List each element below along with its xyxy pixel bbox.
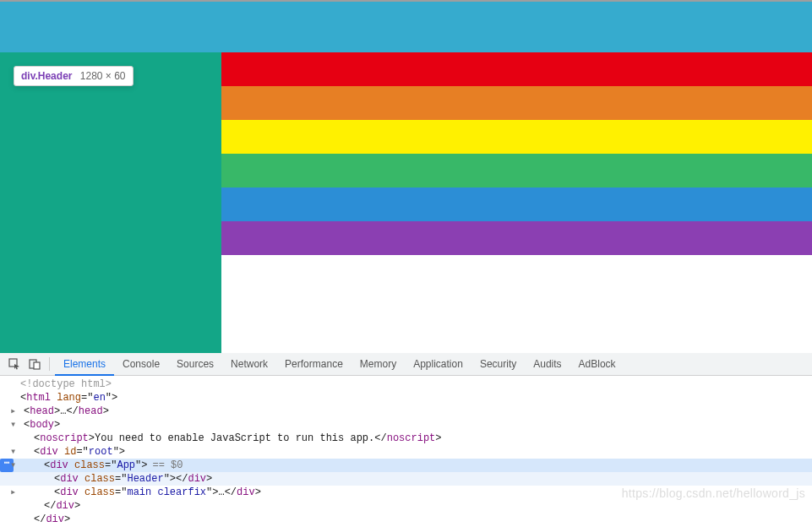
tab-sources[interactable]: Sources bbox=[168, 353, 222, 375]
tooltip-element-name: div.Header bbox=[21, 70, 72, 82]
dom-node-root-close[interactable]: </div> bbox=[0, 513, 812, 526]
dom-node-main[interactable]: ▸<div class="main clearfix">…</div> bbox=[0, 486, 812, 499]
tab-adblock[interactable]: AdBlock bbox=[570, 353, 624, 375]
dom-node-html[interactable]: <html lang="en"> bbox=[0, 391, 812, 405]
stripe-red bbox=[221, 52, 812, 86]
stripe-yellow bbox=[221, 120, 812, 154]
stripe-blue bbox=[221, 187, 812, 221]
stripe-white bbox=[221, 255, 812, 353]
dom-node-root[interactable]: ▾<div id="root"> bbox=[0, 445, 812, 459]
tab-console[interactable]: Console bbox=[114, 353, 168, 375]
page-main bbox=[0, 52, 812, 353]
dom-node-noscript[interactable]: <noscript>You need to enable JavaScript … bbox=[0, 432, 812, 445]
tooltip-dimensions: 1280 × 60 bbox=[80, 70, 126, 82]
tab-audits[interactable]: Audits bbox=[525, 353, 569, 375]
dom-node-head[interactable]: ▸<head>…</head> bbox=[0, 405, 812, 418]
tab-network[interactable]: Network bbox=[222, 353, 276, 375]
rendered-page: div.Header 1280 × 60 bbox=[0, 0, 812, 351]
page-content bbox=[221, 52, 812, 353]
tab-elements[interactable]: Elements bbox=[55, 353, 114, 375]
stripe-green bbox=[221, 154, 812, 187]
page-header bbox=[0, 2, 812, 52]
devtools-tabbar: Elements Console Sources Network Perform… bbox=[0, 352, 812, 376]
dom-tree[interactable]: <!doctype html> <html lang="en"> ▸<head>… bbox=[0, 376, 812, 527]
tab-separator bbox=[49, 357, 50, 371]
tab-performance[interactable]: Performance bbox=[276, 353, 352, 375]
stripe-orange bbox=[221, 86, 812, 120]
dom-node-doctype[interactable]: <!doctype html> bbox=[0, 378, 812, 391]
dom-node-app-close[interactable]: </div> bbox=[0, 499, 812, 513]
tab-application[interactable]: Application bbox=[405, 353, 471, 375]
dom-node-body[interactable]: ▾<body> bbox=[0, 418, 812, 432]
tab-memory[interactable]: Memory bbox=[352, 353, 405, 375]
dom-node-header[interactable]: <div class="Header"></div> bbox=[0, 472, 812, 486]
element-inspect-tooltip: div.Header 1280 × 60 bbox=[14, 66, 134, 86]
dom-node-app[interactable]: ⋯▾<div class="App">== $0 bbox=[0, 459, 812, 472]
svg-rect-2 bbox=[34, 362, 40, 369]
devtools-panel: Elements Console Sources Network Perform… bbox=[0, 351, 812, 527]
tab-security[interactable]: Security bbox=[471, 353, 525, 375]
page-sidebar bbox=[0, 52, 221, 353]
stripe-purple bbox=[221, 221, 812, 255]
device-toolbar-icon[interactable] bbox=[25, 355, 44, 373]
inspect-element-icon[interactable] bbox=[5, 355, 24, 373]
